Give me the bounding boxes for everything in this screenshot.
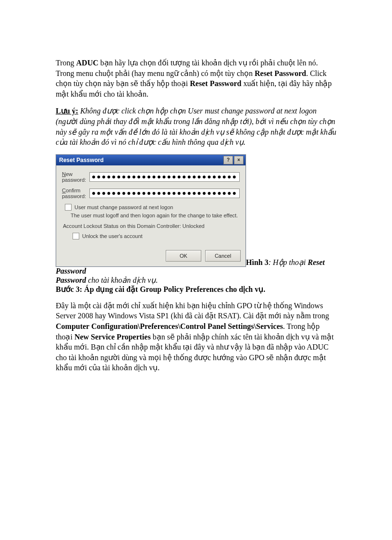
- help-icon[interactable]: ?: [223, 156, 233, 164]
- logoff-info-text: The user must logoff and then logon agai…: [71, 213, 240, 218]
- step-3-heading: Bước 3: Áp dụng cài đặt Group Policy Pre…: [56, 285, 336, 294]
- reset-password-dialog: Reset Password ? × New password: ●●●●●●●…: [56, 154, 246, 267]
- cancel-button[interactable]: Cancel: [205, 250, 241, 262]
- figure-caption-tail: Reset PasswordReset PasswordPassword cho…: [56, 276, 336, 285]
- ok-button[interactable]: OK: [166, 250, 201, 262]
- paragraph-1: Trong ADUC bạn hãy lựa chọn đối tượng tà…: [56, 58, 336, 99]
- paragraph-3: Đây là một cài đặt mới chỉ xuất hiện khi…: [56, 301, 336, 373]
- dialog-title: Reset Password: [59, 157, 104, 163]
- note-paragraph: Lưu ý: Không được click chọn hộp chọn Us…: [56, 106, 336, 147]
- confirm-password-label: Confirm password:: [62, 188, 89, 199]
- new-password-label: New password:: [62, 171, 89, 183]
- new-password-input[interactable]: ●●●●●●●●●●●●●●●●●●●●●●●●●●●●●: [89, 172, 240, 182]
- confirm-password-input[interactable]: ●●●●●●●●●●●●●●●●●●●●●●●●●●●●●: [89, 188, 240, 198]
- note-label: Lưu ý:: [56, 107, 78, 115]
- lockout-status-text: Account Lockout Status on this Domain Co…: [63, 223, 240, 229]
- note-body: Không được click chọn hộp chọn User must…: [56, 107, 336, 146]
- dialog-titlebar[interactable]: Reset Password ? ×: [56, 155, 245, 165]
- user-must-change-checkbox[interactable]: [65, 204, 72, 211]
- unlock-account-label: Unlock the user's account: [82, 233, 143, 239]
- close-icon[interactable]: ×: [234, 156, 244, 164]
- user-must-change-label: User must change password at next logon: [74, 204, 173, 210]
- unlock-account-checkbox[interactable]: [73, 233, 79, 239]
